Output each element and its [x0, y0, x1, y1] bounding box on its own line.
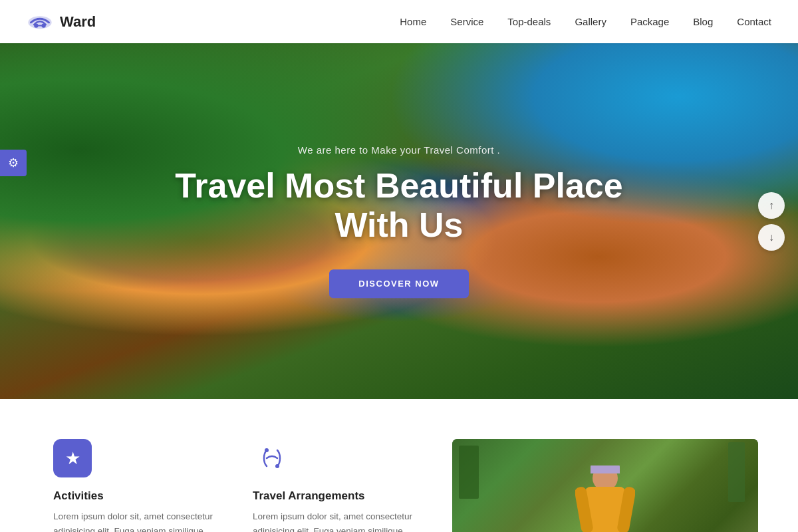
scroll-up-button[interactable]: ↑: [758, 192, 785, 219]
hero-section: ⚙ We are here to Make your Travel Comfor…: [0, 43, 798, 399]
activities-description: Lorem ipsum dolor sit, amet consectetur …: [53, 509, 226, 532]
travel-icon-wrap: [253, 439, 291, 477]
nav-gallery[interactable]: Gallery: [575, 16, 606, 27]
gear-icon: ⚙: [8, 156, 19, 170]
star-icon: ★: [65, 448, 80, 469]
logo-text: Ward: [60, 13, 96, 31]
nav-contact[interactable]: Contact: [737, 16, 771, 27]
hero-photo: [452, 439, 758, 532]
scroll-controls: ↑ ↓: [758, 192, 785, 251]
nav-service[interactable]: Service: [450, 16, 483, 27]
nav-blog[interactable]: Blog: [693, 16, 713, 27]
travel-description: Lorem ipsum dolor sit, amet consectetur …: [253, 509, 426, 532]
discover-now-button[interactable]: DISCOVER NOW: [329, 269, 468, 298]
arrow-down-icon: ↓: [769, 231, 774, 243]
svg-point-4: [275, 464, 279, 468]
nav: Home Service Top-deals Gallery Package B…: [400, 16, 771, 27]
feature-activities: ★ Activities Lorem ipsum dolor sit, amet…: [53, 439, 253, 532]
logo[interactable]: Ward: [27, 13, 96, 31]
nav-package[interactable]: Package: [630, 16, 669, 27]
features-section: ★ Activities Lorem ipsum dolor sit, amet…: [0, 399, 798, 532]
hero-title: Travel Most Beautiful Place With Us: [166, 166, 632, 246]
hero-title-line1: Travel Most Beautiful Place: [175, 166, 622, 205]
nav-home[interactable]: Home: [400, 16, 426, 27]
scroll-down-button[interactable]: ↓: [758, 224, 785, 251]
hero-title-line2: With Us: [334, 206, 463, 245]
hero-content: We are here to Make your Travel Comfort …: [166, 144, 632, 299]
activities-title: Activities: [53, 489, 226, 503]
route-icon: [259, 445, 285, 471]
activities-icon-wrap: ★: [53, 439, 92, 477]
nav-top-deals[interactable]: Top-deals: [507, 16, 551, 27]
svg-point-3: [265, 448, 269, 452]
photo-column: [452, 439, 758, 532]
arrow-up-icon: ↑: [769, 200, 774, 211]
settings-button[interactable]: ⚙: [0, 150, 27, 176]
travel-title: Travel Arrangements: [253, 489, 426, 503]
logo-icon: [27, 13, 53, 31]
feature-travel: Travel Arrangements Lorem ipsum dolor si…: [253, 439, 452, 532]
hero-subtitle: We are here to Make your Travel Comfort …: [166, 144, 632, 156]
header: Ward Home Service Top-deals Gallery Pack…: [0, 0, 798, 43]
